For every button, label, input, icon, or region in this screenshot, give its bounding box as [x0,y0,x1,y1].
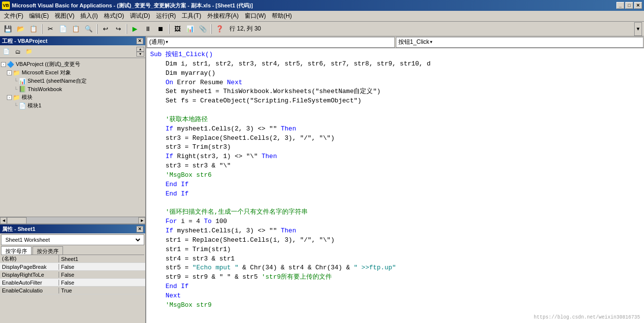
code-line-25: str9 = str9 & " " & str5 'str9所有要上传的文件 [150,273,640,282]
props-selector-select[interactable]: Sheet1 Worksheet [3,236,142,243]
toolbar-redo[interactable]: ↪ [112,24,124,34]
toolbar-sep3 [126,24,127,34]
toolbar-sep1 [41,24,42,34]
props-name-enablecalculatio: EnableCalculatio [0,288,59,293]
code-line-18: '循环扫描文件名,生成一个只有文件名字的字符串 [150,208,640,217]
props-row-enablecalculatio: EnableCalculatio True [0,287,145,294]
tree-label-module1: 模块1 [28,102,41,109]
code-line-23: str4 = str3 & str1 [150,255,640,264]
hscroll-right[interactable]: ▶ [138,217,145,224]
toolbar-stop[interactable]: ⏹ [155,24,166,34]
hscroll-thumb[interactable] [7,217,27,224]
app-icon: VB [2,1,10,9]
menu-debug[interactable]: 调试(D) [127,11,153,21]
toolbar-component[interactable]: 📊 [184,24,196,34]
menu-window[interactable]: 窗口(W) [242,11,269,21]
menu-insert[interactable]: 插入(I) [77,11,100,21]
props-selector[interactable]: Sheet1 Worksheet [1,234,144,245]
pt-scroll-down[interactable]: ▼ [136,52,144,57]
toolbar-btn3[interactable]: 📋 [28,24,39,34]
pt-toggle-folders[interactable]: 📁 [24,47,34,57]
code-line-17 [150,199,640,208]
code-line-1: Sub 按钮1_Click() [150,50,640,60]
code-dropdown-proc-arrow[interactable]: ▼ [429,40,433,44]
toolbar-copy[interactable]: 📄 [57,24,69,34]
menu-run[interactable]: 运行(R) [153,11,179,21]
minimize-button[interactable]: _ [616,2,624,9]
tree-thisworkbook[interactable]: └ 📗 ThisWorkbook [1,85,144,93]
maximize-button[interactable]: □ [625,2,633,9]
project-toolbar: 📄 🗂 📁 ▲ ▼ [0,45,145,58]
props-value-displayrighttole: False [59,272,76,278]
code-editor[interactable]: Sub 按钮1_Click() Dim i, str1, str2, str3,… [146,48,644,323]
toolbar-save[interactable]: 💾 [2,24,14,34]
props-tabs: 按字母序 按分类序 [1,246,144,255]
props-tab-category[interactable]: 按分类序 [32,246,63,255]
project-panel-close[interactable]: ✕ [136,38,143,44]
tree-label-thisworkbook: ThisWorkbook [28,86,62,92]
props-row-displaypagebreak: DisplayPageBreak False [0,263,145,271]
menu-edit[interactable]: 编辑(E) [26,11,52,21]
tree-label-sheet1: Sheet1 (sheetName自定 [28,77,87,85]
code-line-12: If Right(str3, 1) <> "\" Then [150,152,640,162]
hscroll-track[interactable] [7,217,138,224]
project-hscroll[interactable]: ◀ ▶ [0,217,145,224]
toolbar-run[interactable]: ▶ [129,24,141,34]
toolbar-paste[interactable]: 📋 [70,24,82,34]
toolbar-userform[interactable]: 🖼 [171,24,183,34]
toolbar-pause[interactable]: ⏸ [142,24,154,34]
props-panel-title: 属性 - Sheet1 [2,226,35,233]
tree-modules[interactable]: - 📁 模块 [1,93,144,101]
code-line-19: For i = 4 To 100 [150,217,640,226]
code-line-5: Set mysheet1 = ThisWorkbook.Worksheets("… [150,87,640,97]
toolbar-undo[interactable]: ↩ [99,24,111,34]
toolbar-ref[interactable]: 📎 [197,24,209,34]
code-dropdown-proc[interactable]: 按钮1_Click ▼ [396,37,644,48]
hscroll-left[interactable]: ◀ [0,217,7,224]
code-line-24: str5 = "Echo mput " & Chr(34) & str4 & C… [150,263,640,273]
watermark: https://blog.csdn.net/weixin30816735 [534,314,640,322]
code-line-13: str3 = str3 & "\" [150,162,640,171]
pt-scroll-up[interactable]: ▲ [136,47,144,52]
pt-view-code[interactable]: 📄 [1,47,12,57]
code-line-3: Dim myarray() [150,69,640,78]
tree-toggle-excel[interactable]: - [7,70,12,75]
props-tab-alpha[interactable]: 按字母序 [1,246,32,255]
code-line-9: If mysheet1.Cells(2, 3) <> "" Then [150,125,640,134]
code-header: (通用) ▼ 按钮1_Click ▼ [146,36,644,48]
code-line-2: Dim i, str1, str2, str3, str4, str5, str… [150,60,640,69]
tree-icon-modules: 📁 [13,94,20,101]
toolbar-find[interactable]: 🔍 [83,24,95,34]
toolbar-help[interactable]: ❓ [214,24,225,34]
toolbar-sep4 [168,24,169,34]
pt-view-object[interactable]: 🗂 [12,47,23,57]
menu-view[interactable]: 视图(V) [52,11,77,21]
toolbar-open[interactable]: 📂 [15,24,27,34]
toolbar-scroll[interactable]: ▼ [634,22,642,36]
project-panel: 工程 - VBAProject ✕ 📄 🗂 📁 ▲ ▼ - 🔷 VBAProje… [0,36,145,225]
title-bar-buttons[interactable]: _ □ ✕ [616,2,642,9]
menu-tools[interactable]: 工具(T) [179,11,204,21]
title-text: Microsoft Visual Basic for Applications … [12,2,616,9]
menu-help[interactable]: 帮助(H) [269,11,295,21]
menu-file[interactable]: 文件(F) [1,11,26,21]
tree-module1[interactable]: └ 📄 模块1 [1,101,144,110]
menu-format[interactable]: 格式(O) [101,11,127,21]
pt-scroll[interactable]: ▲ ▼ [136,47,144,57]
right-panel: (通用) ▼ 按钮1_Click ▼ Sub 按钮1_Click() Dim i… [146,36,644,323]
close-button[interactable]: ✕ [634,2,642,9]
tree-sheet1[interactable]: └ 📊 Sheet1 (sheetName自定 [1,77,144,85]
tree-toggle-vbaproject[interactable]: - [1,62,6,67]
props-panel-close[interactable]: ✕ [136,226,143,232]
toolbar-cut[interactable]: ✂ [44,24,56,34]
tree-toggle-modules[interactable]: - [7,95,12,100]
cursor-position: 行 12, 列 30 [229,25,261,33]
code-dropdown-object-arrow[interactable]: ▼ [165,40,169,44]
code-line-11: str3 = Trim(str3) [150,143,640,152]
tree-excel-objects[interactable]: - 📁 Microsoft Excel 对象 [1,68,144,77]
code-line-8: '获取本地路径 [150,115,640,125]
code-dropdown-object[interactable]: (通用) ▼ [147,37,395,48]
props-panel-header: 属性 - Sheet1 ✕ [0,225,145,233]
tree-vbaproject[interactable]: - 🔷 VBAProject ((测试)_变更号 [1,60,144,68]
menu-addins[interactable]: 外接程序(A) [204,11,242,21]
